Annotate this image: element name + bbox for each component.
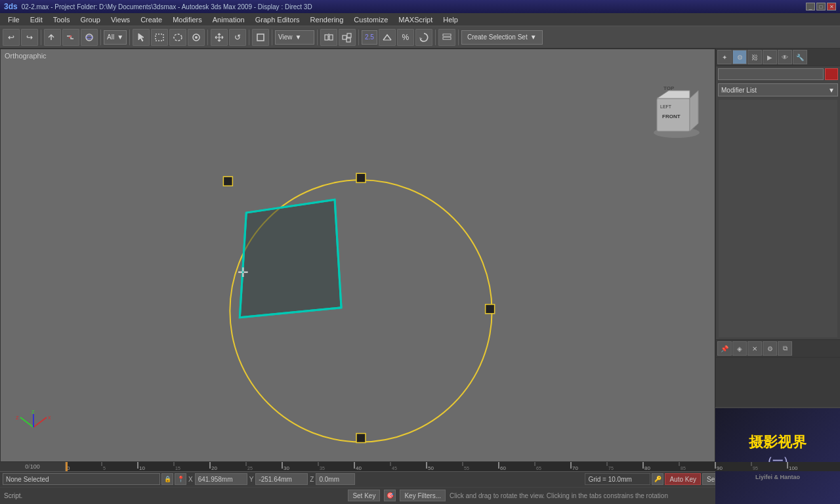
svg-text:✛: ✛: [238, 265, 249, 280]
svg-text:15: 15: [175, 466, 180, 471]
auto-key-button[interactable]: Auto Key: [665, 473, 701, 485]
nav-cube[interactable]: TOP FRONT LEFT: [649, 85, 705, 141]
axis-indicator: x z z: [14, 408, 53, 442]
brand-box: 摄影视界 （一） Liyifei & Hantao: [715, 407, 840, 504]
svg-rect-18: [486, 304, 495, 314]
toolbar-separator-6: [272, 30, 272, 45]
menu-maxscript[interactable]: MAXScript: [393, 14, 438, 25]
redo-button[interactable]: ↪: [21, 29, 38, 46]
select-link-button[interactable]: [44, 29, 61, 46]
grid-field: Grid = 10.0mm: [585, 473, 650, 485]
key-icon[interactable]: 🔑: [652, 473, 663, 485]
svg-text:z: z: [16, 414, 19, 421]
mirror-button[interactable]: [320, 29, 337, 46]
bind-space-warp-button[interactable]: [81, 29, 98, 46]
hierarchy-tab[interactable]: ⛓: [747, 50, 762, 64]
toolbar-separator-4: [207, 30, 208, 45]
array-button[interactable]: [339, 29, 356, 46]
utilities-tab[interactable]: 🔧: [793, 50, 807, 64]
coordinate-icon[interactable]: 📍: [175, 473, 186, 485]
menu-create[interactable]: Create: [135, 14, 167, 25]
svg-rect-10: [343, 35, 346, 39]
spinner-snap-button[interactable]: [415, 29, 432, 46]
filter-label: All: [107, 33, 114, 41]
viewport-label: View: [278, 33, 293, 41]
box-mode-button[interactable]: [252, 29, 269, 46]
z-field[interactable]: 0.0mm: [316, 473, 355, 485]
menu-group[interactable]: Group: [75, 14, 106, 25]
viewport[interactable]: Orthographic ✛: [0, 49, 715, 462]
copy-modifier-button[interactable]: ⧉: [778, 341, 792, 356]
angle-snap-button[interactable]: [379, 29, 396, 46]
key-filters-button[interactable]: Key Filters...: [400, 490, 446, 501]
frame-counter: 0 / 100: [0, 462, 66, 471]
lasso-select-button[interactable]: [169, 29, 186, 46]
menu-graph-editors[interactable]: Graph Editors: [250, 14, 305, 25]
script-label: Script.: [4, 492, 22, 499]
svg-text:85: 85: [681, 466, 686, 471]
modifier-search-input[interactable]: [718, 68, 824, 80]
svg-point-3: [174, 34, 182, 41]
maximize-button[interactable]: □: [816, 3, 826, 10]
x-field[interactable]: 641.958mm: [195, 473, 247, 485]
y-label: Y: [249, 476, 254, 483]
toolbar-separator-8: [358, 30, 359, 45]
remove-modifier-button[interactable]: ✕: [747, 341, 762, 356]
configure-button[interactable]: ⚙: [763, 341, 777, 356]
toolbar-separator-1: [41, 30, 41, 45]
menu-tools[interactable]: Tools: [48, 14, 75, 25]
close-button[interactable]: ✕: [827, 3, 836, 10]
toolbar: ↩ ↪ All ▼ ↺ View ▼: [0, 26, 840, 49]
menu-edit[interactable]: Edit: [25, 14, 48, 25]
svg-rect-17: [223, 177, 232, 186]
viewport-dropdown[interactable]: View ▼: [275, 30, 314, 45]
timeline-slider[interactable]: 0 / 100 0 5 10 15 20 25 30 35: [0, 462, 840, 471]
svg-text:80: 80: [644, 465, 650, 471]
right-panel-tabs: ✦ ⚙ ⛓ ▶ 👁 🔧: [716, 49, 840, 66]
svg-text:FRONT: FRONT: [662, 114, 681, 119]
paint-select-button[interactable]: [188, 29, 205, 46]
svg-text:55: 55: [464, 466, 469, 471]
modifier-list-arrow: ▼: [828, 87, 835, 94]
menu-views[interactable]: Views: [106, 14, 135, 25]
app-icon: 3ds: [4, 2, 18, 11]
menu-animation[interactable]: Animation: [207, 14, 250, 25]
create-tab[interactable]: ✦: [717, 50, 732, 64]
statusbar: None Selected 🔒 📍 X 641.958mm Y -251.64m…: [0, 471, 840, 504]
menu-rendering[interactable]: Rendering: [305, 14, 349, 25]
color-picker-button[interactable]: [825, 68, 838, 80]
create-selection-set-button[interactable]: Create Selection Set ▼: [461, 30, 543, 45]
modifier-list-label: Modifier List: [721, 87, 757, 94]
y-field[interactable]: -251.64mm: [255, 473, 308, 485]
timeline-playhead[interactable]: [66, 462, 68, 471]
menu-modifiers[interactable]: Modifiers: [167, 14, 207, 25]
select-move-button[interactable]: [211, 29, 228, 46]
unlink-button[interactable]: [62, 29, 79, 46]
menu-customize[interactable]: Customize: [348, 14, 393, 25]
motion-tab[interactable]: ▶: [763, 50, 777, 64]
minimize-button[interactable]: _: [806, 3, 815, 10]
toolbar-separator-2: [100, 30, 101, 45]
undo-button[interactable]: ↩: [3, 29, 20, 46]
make-unique-button[interactable]: ◈: [732, 341, 747, 356]
percent-snap-button[interactable]: %: [397, 29, 414, 46]
select-object-button[interactable]: [133, 29, 150, 46]
pin-button[interactable]: 📌: [717, 341, 732, 356]
lock-icon[interactable]: 🔒: [161, 473, 173, 485]
set-key-filter-icon[interactable]: 🎯: [384, 490, 396, 501]
modifier-list-dropdown[interactable]: Modifier List ▼: [718, 83, 838, 96]
menu-help[interactable]: Help: [438, 14, 463, 25]
svg-text:40: 40: [356, 465, 362, 471]
z-label: Z: [310, 476, 314, 483]
undo-scene-button[interactable]: ↺: [229, 29, 246, 46]
menu-file[interactable]: File: [3, 14, 25, 25]
svg-rect-20: [356, 434, 366, 443]
svg-rect-6: [257, 34, 264, 41]
timeline-track[interactable]: 0 5 10 15 20 25 30 35 40 45 50: [66, 462, 840, 471]
select-region-button[interactable]: [151, 29, 168, 46]
display-tab[interactable]: 👁: [778, 50, 792, 64]
modify-tab[interactable]: ⚙: [732, 50, 747, 64]
selection-filter-dropdown[interactable]: All ▼: [104, 30, 127, 45]
named-selections-button[interactable]: [438, 29, 455, 46]
set-key-button[interactable]: Set Key: [348, 490, 380, 501]
